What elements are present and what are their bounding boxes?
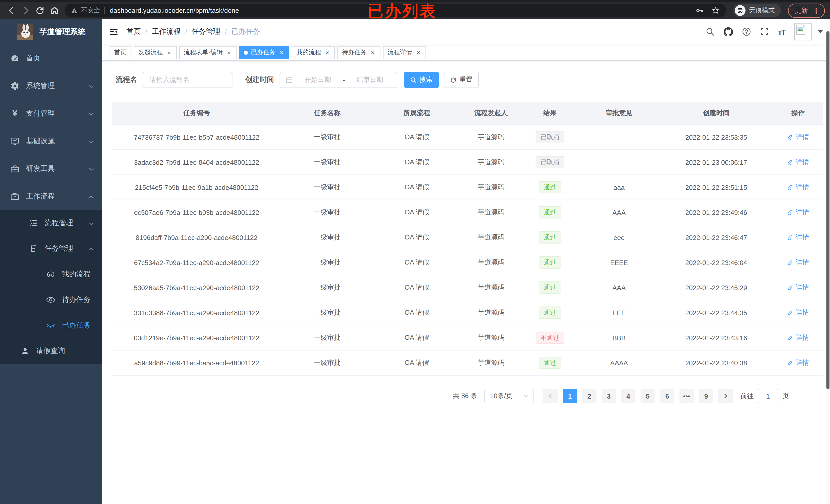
done-task-table: 任务编号任务名称所属流程流程发起人结果审批意见创建时间操作 74736737-7… bbox=[112, 102, 823, 376]
page-button-2[interactable]: 2 bbox=[582, 389, 597, 403]
page-button-5[interactable]: 5 bbox=[641, 389, 655, 403]
scrollbar-thumb[interactable] bbox=[826, 31, 829, 390]
sidebar-item-workflow[interactable]: 工作流程 bbox=[0, 183, 102, 210]
help-icon[interactable] bbox=[742, 27, 752, 36]
yen-icon: ¥ bbox=[10, 109, 20, 118]
sidebar-item-system[interactable]: 系统管理 bbox=[0, 72, 102, 100]
sidebar-item-devtools[interactable]: 研发工具 bbox=[0, 155, 102, 183]
fullscreen-icon[interactable] bbox=[760, 27, 769, 36]
user-avatar[interactable] bbox=[794, 23, 811, 40]
close-tab-icon[interactable]: × bbox=[370, 49, 376, 56]
table-body: 74736737-7b9b-11ec-b5b7-acde48001122一级审批… bbox=[112, 125, 823, 375]
page-button-9[interactable]: 9 bbox=[699, 389, 713, 403]
cell-starter: 芋道源码 bbox=[460, 175, 522, 200]
sidebar-item-leave-query[interactable]: 请假查询 bbox=[0, 338, 102, 364]
sidebar-item-home[interactable]: 首页 bbox=[0, 44, 102, 72]
page-size-select[interactable]: 10条/页 bbox=[484, 389, 534, 403]
page-button-6[interactable]: 6 bbox=[660, 389, 674, 403]
cell-task-name: 一级审批 bbox=[281, 325, 373, 350]
briefcase-icon bbox=[10, 192, 20, 201]
result-badge: 不通过 bbox=[536, 332, 564, 344]
sidebar-item-infra[interactable]: 基础设施 bbox=[0, 127, 102, 155]
sidebar-item-process-mgmt[interactable]: 流程管理 bbox=[0, 210, 102, 236]
reset-button[interactable]: 重置 bbox=[444, 72, 479, 88]
tab-发起流程[interactable]: 发起流程× bbox=[134, 46, 177, 59]
next-page-button[interactable] bbox=[719, 389, 733, 403]
bookmark-star-icon[interactable] bbox=[711, 6, 720, 15]
table-row: a59c9d88-7b99-11ec-ba5c-acde48001122一级审批… bbox=[112, 350, 823, 375]
close-tab-icon[interactable]: × bbox=[279, 49, 285, 56]
page-scrollbar[interactable] bbox=[826, 19, 830, 504]
cell-process: OA 请假 bbox=[373, 125, 460, 150]
font-size-icon[interactable]: ᴛT bbox=[778, 27, 786, 36]
close-tab-icon[interactable]: × bbox=[415, 49, 421, 56]
sidebar-item-task-mgmt[interactable]: 任务管理 bbox=[0, 236, 102, 262]
app-logo[interactable]: 芋道管理系统 bbox=[0, 19, 102, 44]
breadcrumb-task-mgmt[interactable]: 任务管理 bbox=[192, 27, 220, 36]
sidebar-item-label: 已办任务 bbox=[62, 321, 91, 330]
close-tab-icon[interactable]: × bbox=[166, 49, 172, 56]
prev-page-button[interactable] bbox=[543, 389, 557, 403]
breadcrumb-home[interactable]: 首页 bbox=[126, 27, 141, 36]
cell-task-name: 一级审批 bbox=[281, 300, 373, 325]
page-button-3[interactable]: 3 bbox=[602, 389, 616, 403]
jump-page-input[interactable]: 1 bbox=[758, 389, 778, 403]
tags-view: 首页发起流程×流程表单-编辑×已办任务×我的流程×待办任务×流程详情× bbox=[102, 44, 830, 61]
tab-流程表单-编辑[interactable]: 流程表单-编辑× bbox=[179, 46, 236, 59]
page-button-1[interactable]: 1 bbox=[563, 389, 577, 403]
monitor-icon bbox=[10, 137, 20, 146]
edit-icon bbox=[787, 259, 794, 266]
sidebar-item-todo-tasks[interactable]: 待办任务 bbox=[0, 287, 102, 313]
result-badge: 通过 bbox=[539, 181, 561, 193]
detail-button[interactable]: 详情 bbox=[787, 358, 809, 367]
detail-button[interactable]: 详情 bbox=[787, 133, 809, 142]
start-date-placeholder: 开始日期 bbox=[294, 75, 342, 85]
more-pages-button[interactable]: ••• bbox=[679, 389, 694, 403]
table-row: ec507ae6-7b9a-11ec-b03b-acde48001122一级审批… bbox=[112, 200, 823, 225]
tab-我的流程[interactable]: 我的流程× bbox=[292, 46, 335, 59]
breadcrumb-workflow[interactable]: 工作流程 bbox=[152, 27, 181, 36]
detail-button[interactable]: 详情 bbox=[787, 158, 809, 167]
search-button[interactable]: 搜索 bbox=[404, 72, 439, 88]
detail-button[interactable]: 详情 bbox=[787, 283, 809, 292]
sidebar-item-payment[interactable]: ¥支付管理 bbox=[0, 100, 102, 127]
cell-process: OA 请假 bbox=[373, 150, 460, 175]
table-row: 215cf4e5-7b9b-11ec-9a1b-acde48001122一级审批… bbox=[112, 175, 823, 200]
browser-reload-button[interactable] bbox=[34, 4, 46, 16]
browser-menu-icon[interactable]: ⋮ bbox=[812, 7, 820, 14]
user-icon bbox=[21, 346, 30, 356]
close-tab-icon[interactable]: × bbox=[226, 49, 232, 56]
cell-task-name: 一级审批 bbox=[281, 350, 373, 375]
cell-result: 已取消 bbox=[522, 125, 578, 150]
detail-button[interactable]: 详情 bbox=[787, 208, 809, 217]
close-tab-icon[interactable]: × bbox=[324, 49, 330, 56]
browser-back-button[interactable] bbox=[5, 4, 18, 16]
sidebar-item-done-tasks[interactable]: 已办任务 bbox=[0, 313, 102, 338]
detail-button[interactable]: 详情 bbox=[787, 233, 809, 242]
browser-home-button[interactable] bbox=[48, 4, 60, 16]
avatar-dropdown-caret[interactable] bbox=[818, 30, 823, 33]
key-icon[interactable] bbox=[695, 6, 704, 15]
collapse-sidebar-button[interactable] bbox=[102, 19, 125, 44]
cell-process: OA 请假 bbox=[373, 325, 460, 350]
process-name-input[interactable]: 请输入流程名 bbox=[143, 72, 232, 88]
tab-已办任务[interactable]: 已办任务× bbox=[239, 46, 289, 59]
detail-button[interactable]: 详情 bbox=[787, 308, 809, 317]
detail-button[interactable]: 详情 bbox=[787, 258, 809, 267]
column-header-created: 创建时间 bbox=[660, 102, 773, 125]
detail-button[interactable]: 详情 bbox=[787, 183, 809, 192]
tab-首页[interactable]: 首页 bbox=[109, 46, 131, 59]
detail-button[interactable]: 详情 bbox=[787, 333, 809, 342]
browser-update-button[interactable]: 更新 ⋮ bbox=[788, 3, 825, 18]
table-row: 331e3388-7b9a-11ec-a290-acde48001122一级审批… bbox=[112, 300, 823, 325]
tab-流程详情[interactable]: 流程详情× bbox=[383, 46, 426, 59]
result-badge: 通过 bbox=[539, 357, 561, 369]
github-icon[interactable] bbox=[724, 27, 733, 37]
tab-待办任务[interactable]: 待办任务× bbox=[338, 46, 380, 59]
date-range-input[interactable]: 开始日期 - 结束日期 bbox=[280, 72, 397, 88]
sidebar-item-my-process[interactable]: 我的流程 bbox=[0, 262, 102, 287]
browser-forward-button[interactable] bbox=[20, 4, 32, 16]
page-button-4[interactable]: 4 bbox=[621, 389, 635, 403]
header-search-icon[interactable] bbox=[706, 27, 715, 36]
cell-result: 通过 bbox=[522, 225, 578, 250]
